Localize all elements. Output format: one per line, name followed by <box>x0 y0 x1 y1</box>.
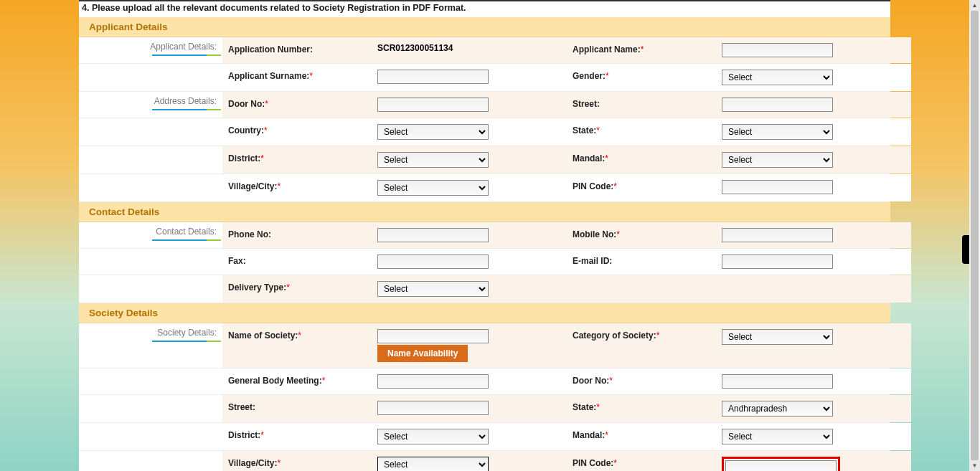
side-label-applicant: Applicant Details: <box>79 37 222 56</box>
street-input[interactable] <box>722 97 833 112</box>
scroll-down-icon[interactable]: ▼ <box>969 460 980 471</box>
form-panel: 4. Please upload all the relevant docume… <box>79 0 890 471</box>
outer-scrollbar[interactable]: ▲ ▼ <box>969 0 980 471</box>
scroll-track[interactable] <box>969 11 980 460</box>
gbm-label: General Body Meeting:* <box>222 373 373 390</box>
side-tab-icon[interactable] <box>962 235 969 264</box>
surname-input[interactable] <box>377 70 489 84</box>
side-label-contact: Contact Details: <box>79 222 222 241</box>
mobile-label: Mobile No:* <box>567 227 717 244</box>
applicant-name-label: Applicant Name:* <box>567 42 717 59</box>
society-name-input[interactable] <box>377 329 489 343</box>
fax-label: Fax: <box>222 253 373 270</box>
soc-door-label: Door No:* <box>567 373 717 390</box>
instruction-text: 4. Please upload all the relevant docume… <box>79 1 890 17</box>
soc-village-label: Village/City:* <box>222 455 373 471</box>
soc-mandal-select[interactable]: Select <box>722 429 833 444</box>
section-contact: Contact Details <box>79 202 890 222</box>
soc-street-label: Street: <box>222 399 373 418</box>
country-select[interactable]: Select <box>377 124 489 140</box>
fax-input[interactable] <box>377 254 489 269</box>
applicant-name-input[interactable] <box>722 43 833 57</box>
door-label: Door No:* <box>222 96 373 113</box>
surname-label: Applicant Surname:* <box>222 68 373 87</box>
section-society: Society Details <box>79 303 890 323</box>
street-label: Street: <box>567 96 717 113</box>
society-name-label: Name of Society:* <box>222 328 373 363</box>
application-number-value: SCR012300051134 <box>373 42 567 59</box>
mobile-input[interactable] <box>722 228 833 242</box>
soc-pin-label: PIN Code:* <box>567 455 717 471</box>
delivery-label: Delivery Type:* <box>222 280 373 298</box>
soc-state-select[interactable]: Andhrapradesh <box>722 401 833 417</box>
soc-village-select[interactable]: Select <box>377 457 489 471</box>
gbm-input[interactable] <box>377 374 489 389</box>
scroll-thumb[interactable] <box>971 11 979 460</box>
soc-mandal-label: Mandal:* <box>567 427 717 446</box>
category-label: Category of Society:* <box>567 328 717 363</box>
email-input[interactable] <box>722 254 833 269</box>
side-label-address: Address Details: <box>79 92 222 110</box>
mandal-label: Mandal:* <box>567 151 717 169</box>
village-select[interactable]: Select <box>377 180 489 196</box>
phone-label: Phone No: <box>222 227 373 244</box>
scroll-up-icon[interactable]: ▲ <box>969 0 980 11</box>
soc-street-input[interactable] <box>377 401 489 415</box>
soc-district-label: District:* <box>222 427 373 446</box>
application-number-label: Application Number: <box>222 42 373 59</box>
state-select[interactable]: Select <box>722 124 833 140</box>
pin-label: PIN Code:* <box>567 179 717 197</box>
door-input[interactable] <box>377 97 489 112</box>
phone-input[interactable] <box>377 228 489 242</box>
soc-district-select[interactable]: Select <box>377 429 489 444</box>
pin-highlight <box>722 457 840 471</box>
name-availability-button[interactable]: Name Availability <box>377 345 468 362</box>
email-label: E-mail ID: <box>567 253 717 270</box>
district-select[interactable]: Select <box>377 152 489 168</box>
pin-input[interactable] <box>722 180 833 194</box>
gender-label: Gender:* <box>567 68 717 87</box>
state-label: State:* <box>567 123 717 141</box>
gender-select[interactable]: Select <box>722 70 833 85</box>
main-scroll[interactable]: 4. Please upload all the relevant docume… <box>0 0 969 471</box>
side-label-society: Society Details: <box>79 323 222 342</box>
village-label: Village/City:* <box>222 179 373 197</box>
category-select[interactable]: Select <box>722 329 833 345</box>
country-label: Country:* <box>222 123 373 141</box>
delivery-select[interactable]: Select <box>377 281 489 297</box>
mandal-select[interactable]: Select <box>722 152 833 168</box>
section-applicant: Applicant Details <box>79 17 890 37</box>
district-label: District:* <box>222 151 373 169</box>
soc-state-label: State:* <box>567 399 717 418</box>
soc-pin-input[interactable] <box>725 460 837 471</box>
soc-door-input[interactable] <box>722 374 833 389</box>
